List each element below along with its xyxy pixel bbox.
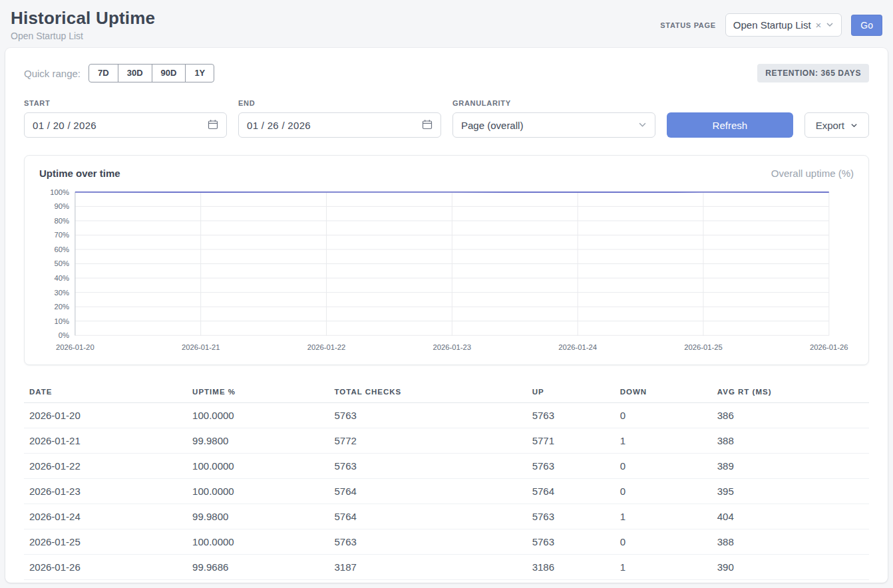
status-page-select[interactable]: Open Startup List × <box>725 13 842 37</box>
cell: 0 <box>615 529 712 554</box>
cell: 388 <box>712 529 869 554</box>
cell: 2026-01-23 <box>24 478 187 504</box>
title-block: Historical Uptime Open Startup List <box>11 8 155 41</box>
table-row: 2026-01-25100.0000576357630388 <box>24 529 869 554</box>
cell: 386 <box>712 402 869 428</box>
svg-text:60%: 60% <box>55 245 70 253</box>
quick-range-row: Quick range: 7D30D90D1Y RETENTION: 365 D… <box>24 64 869 82</box>
table-row: 2026-01-23100.0000576457640395 <box>24 478 869 504</box>
svg-text:20%: 20% <box>55 303 70 311</box>
cell: 99.9686 <box>187 554 329 579</box>
uptime-chart-card: Uptime over time Overall uptime (%) 0%10… <box>24 155 869 365</box>
svg-text:100%: 100% <box>50 188 69 196</box>
cell: 5764 <box>329 504 526 529</box>
cell: 100.0000 <box>187 453 329 478</box>
go-button[interactable]: Go <box>851 15 882 36</box>
cell: 2026-01-20 <box>24 402 187 428</box>
status-page-label: STATUS PAGE <box>660 21 715 29</box>
end-date-input[interactable]: 01 / 26 / 2026 <box>238 112 441 138</box>
quick-range-group: 7D30D90D1Y <box>89 64 214 82</box>
svg-text:50%: 50% <box>55 259 70 267</box>
cell: 99.9800 <box>187 504 329 529</box>
cell: 5763 <box>527 504 615 529</box>
chevron-down-icon <box>850 120 858 131</box>
page-title: Historical Uptime <box>11 8 155 29</box>
cell: 0 <box>615 402 712 428</box>
end-date-value: 01 / 26 / 2026 <box>247 120 311 131</box>
cell: 2026-01-26 <box>24 554 187 579</box>
table-header-row: DATEUPTIME %TOTAL CHECKSUPDOWNAVG RT (MS… <box>24 381 869 403</box>
cell: 5763 <box>329 453 526 478</box>
cell: 3186 <box>527 554 615 579</box>
chart-header: Uptime over time Overall uptime (%) <box>39 168 854 179</box>
cell: 100.0000 <box>187 402 329 428</box>
calendar-icon[interactable] <box>208 119 218 132</box>
end-date-label: END <box>238 99 441 107</box>
cell: 100.0000 <box>187 478 329 504</box>
chevron-down-icon <box>826 19 834 31</box>
page-header: Historical Uptime Open Startup List STAT… <box>0 0 893 48</box>
cell: 2026-01-21 <box>24 428 187 453</box>
end-date-field-group: END 01 / 26 / 2026 <box>238 99 441 138</box>
column-header-avg-rt-ms: AVG RT (MS) <box>712 381 869 403</box>
cell: 404 <box>712 504 869 529</box>
cell: 5764 <box>527 478 615 504</box>
granularity-label: GRANULARITY <box>452 99 655 107</box>
svg-text:2026-01-20: 2026-01-20 <box>56 343 94 351</box>
cell: 5763 <box>527 402 615 428</box>
filter-fields-row: START 01 / 20 / 2026 END 01 / 26 / 2026 … <box>24 99 869 138</box>
svg-text:30%: 30% <box>55 289 70 297</box>
cell: 99.9800 <box>187 428 329 453</box>
svg-text:0%: 0% <box>59 331 69 339</box>
svg-text:2026-01-21: 2026-01-21 <box>182 343 220 351</box>
export-button[interactable]: Export <box>804 112 869 138</box>
svg-text:80%: 80% <box>55 217 70 225</box>
table-row: 2026-01-2499.9800576457631404 <box>24 504 869 529</box>
column-header-up: UP <box>527 381 615 403</box>
svg-text:2026-01-26: 2026-01-26 <box>810 343 848 351</box>
svg-text:70%: 70% <box>55 231 70 239</box>
quick-range-7d-button[interactable]: 7D <box>89 64 118 82</box>
cell: 388 <box>712 428 869 453</box>
cell: 5763 <box>329 402 526 428</box>
calendar-icon[interactable] <box>422 119 433 132</box>
cell: 1 <box>615 504 712 529</box>
column-header-uptime: UPTIME % <box>187 381 329 403</box>
cell: 5763 <box>527 529 615 554</box>
svg-text:90%: 90% <box>55 202 70 210</box>
table-body: 2026-01-20100.00005763576303862026-01-21… <box>24 402 869 579</box>
cell: 5763 <box>329 529 526 554</box>
cell: 2026-01-24 <box>24 504 187 529</box>
refresh-button[interactable]: Refresh <box>667 112 793 138</box>
cell: 5764 <box>329 478 526 504</box>
cell: 0 <box>615 453 712 478</box>
clear-icon[interactable]: × <box>816 20 822 30</box>
cell: 5772 <box>329 428 526 453</box>
chevron-down-icon <box>638 120 647 131</box>
svg-text:10%: 10% <box>55 317 70 325</box>
table-row: 2026-01-20100.0000576357630386 <box>24 402 869 428</box>
quick-range-90d-button[interactable]: 90D <box>152 64 186 82</box>
column-header-date: DATE <box>24 381 187 403</box>
start-date-value: 01 / 20 / 2026 <box>33 120 96 131</box>
start-date-field-group: START 01 / 20 / 2026 <box>24 99 227 138</box>
svg-text:2026-01-22: 2026-01-22 <box>307 343 346 351</box>
cell: 3187 <box>329 554 526 579</box>
cell: 5771 <box>527 428 615 453</box>
start-date-input[interactable]: 01 / 20 / 2026 <box>24 112 227 138</box>
cell: 100.0000 <box>187 529 329 554</box>
chart-legend: Overall uptime (%) <box>771 168 854 179</box>
table-row: 2026-01-22100.0000576357630389 <box>24 453 869 478</box>
uptime-table: DATEUPTIME %TOTAL CHECKSUPDOWNAVG RT (MS… <box>24 381 869 580</box>
column-header-total-checks: TOTAL CHECKS <box>329 381 526 403</box>
table-head: DATEUPTIME %TOTAL CHECKSUPDOWNAVG RT (MS… <box>24 381 869 403</box>
cell: 0 <box>615 478 712 504</box>
uptime-line-chart: 0%10%20%30%40%50%60%70%80%90%100%2026-01… <box>39 187 854 358</box>
svg-text:40%: 40% <box>55 274 70 282</box>
cell: 395 <box>712 478 869 504</box>
cell: 390 <box>712 554 869 579</box>
granularity-field-group: GRANULARITY Page (overall) <box>452 99 655 138</box>
quick-range-1y-button[interactable]: 1Y <box>185 64 214 82</box>
quick-range-30d-button[interactable]: 30D <box>118 64 152 82</box>
granularity-select[interactable]: Page (overall) <box>452 112 655 138</box>
